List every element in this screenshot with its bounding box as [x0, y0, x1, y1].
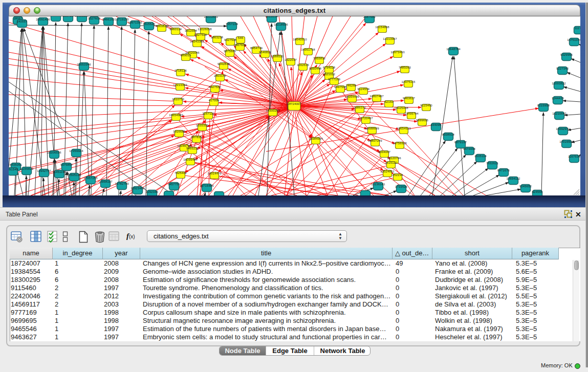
svg-text:13524851: 13524851: [380, 170, 395, 173]
svg-text:1527602: 1527602: [88, 17, 101, 20]
svg-text:7485063: 7485063: [399, 66, 411, 69]
svg-text:16120746: 16120746: [387, 157, 401, 160]
svg-text:9457751: 9457751: [168, 183, 181, 186]
svg-text:12093822: 12093822: [552, 82, 566, 85]
svg-text:10025438: 10025438: [394, 106, 408, 110]
svg-text:9990448: 9990448: [309, 67, 322, 70]
svg-text:1588520: 1588520: [271, 55, 284, 58]
svg-text:9329966: 9329966: [560, 53, 573, 56]
svg-text:8215958: 8215958: [537, 104, 550, 107]
svg-text:6435061: 6435061: [10, 163, 23, 166]
svg-text:924565: 924565: [532, 190, 543, 193]
svg-text:12213369: 12213369: [173, 83, 187, 86]
svg-text:2867608: 2867608: [234, 43, 247, 47]
svg-text:14914479: 14914479: [207, 172, 222, 175]
svg-text:417006: 417006: [209, 99, 220, 102]
svg-text:20091406: 20091406: [36, 18, 50, 21]
svg-text:12213967: 12213967: [383, 37, 397, 40]
svg-text:12942757: 12942757: [37, 169, 51, 172]
svg-text:16210643: 16210643: [552, 112, 567, 115]
svg-text:1162615: 1162615: [297, 63, 309, 67]
svg-text:7955812: 7955812: [313, 57, 326, 60]
svg-text:10655257: 10655257: [75, 16, 89, 17]
svg-text:9463627: 9463627: [403, 97, 416, 100]
svg-text:9115460: 9115460: [420, 104, 432, 107]
svg-text:15720407: 15720407: [359, 117, 373, 120]
svg-text:9327508: 9327508: [224, 38, 237, 41]
svg-text:3267110: 3267110: [202, 112, 214, 115]
svg-text:17957255: 17957255: [83, 177, 98, 180]
svg-text:15136141: 15136141: [371, 183, 385, 186]
svg-text:1621022: 1621022: [323, 73, 336, 76]
svg-text:2718126: 2718126: [175, 69, 187, 72]
svg-text:8938914: 8938914: [442, 133, 455, 136]
svg-text:10671355: 10671355: [128, 21, 142, 24]
svg-text:8471676: 8471676: [497, 169, 510, 172]
svg-text:9699695: 9699695: [416, 119, 429, 122]
svg-text:17016504: 17016504: [559, 140, 574, 143]
svg-text:9427552: 9427552: [209, 85, 222, 89]
svg-text:7515526: 7515526: [143, 23, 156, 26]
svg-text:18724007: 18724007: [287, 102, 301, 105]
svg-text:6879197: 6879197: [454, 141, 467, 144]
svg-text:9146821: 9146821: [259, 51, 272, 54]
svg-text:19733: 19733: [51, 16, 60, 17]
svg-text:19384554: 19384554: [309, 137, 323, 140]
svg-text:12975115: 12975115: [401, 80, 416, 83]
svg-text:3960124: 3960124: [169, 28, 182, 31]
svg-text:18807249: 18807249: [368, 139, 382, 142]
svg-text:16543382: 16543382: [190, 40, 204, 43]
svg-text:391549: 391549: [9, 168, 18, 171]
svg-text:9474444: 9474444: [463, 147, 476, 150]
svg-text:3875685: 3875685: [224, 50, 236, 53]
svg-text:10719155: 10719155: [115, 18, 129, 21]
svg-text:11156829: 11156829: [20, 167, 34, 170]
svg-text:546: 546: [238, 36, 244, 39]
svg-text:7625402: 7625402: [175, 171, 187, 174]
svg-text:11172: 11172: [575, 27, 580, 30]
svg-text:20206536: 20206536: [47, 151, 61, 154]
svg-text:11451194: 11451194: [53, 170, 67, 173]
svg-text:2803144: 2803144: [214, 74, 227, 77]
svg-text:6466160: 6466160: [102, 18, 115, 21]
svg-text:15692971: 15692971: [556, 127, 570, 130]
svg-text:1863238: 1863238: [211, 36, 224, 39]
svg-text:20053346: 20053346: [77, 63, 91, 66]
svg-text:13226058: 13226058: [198, 28, 212, 31]
svg-text:2986372: 2986372: [354, 106, 366, 109]
svg-text:17359924: 17359924: [69, 149, 83, 152]
svg-text:8454749: 8454749: [250, 47, 263, 50]
svg-text:7663822: 7663822: [156, 25, 168, 28]
svg-text:12505135: 12505135: [67, 173, 81, 177]
svg-text:10654112: 10654112: [506, 177, 520, 180]
svg-text:9227343: 9227343: [556, 67, 569, 70]
svg-text:19218506: 19218506: [274, 23, 288, 26]
svg-text:1916685: 1916685: [173, 130, 186, 133]
svg-text:989015: 989015: [181, 54, 191, 57]
svg-text:19756928: 19756928: [393, 142, 407, 145]
svg-text:19654983: 19654983: [169, 114, 183, 117]
svg-text:252234: 252234: [393, 173, 403, 177]
svg-text:16099484: 16099484: [183, 158, 198, 161]
svg-text:1167534: 1167534: [568, 155, 580, 158]
svg-text:10688609: 10688609: [365, 127, 379, 130]
svg-text:7632621: 7632621: [486, 162, 499, 165]
svg-text:1535359: 1535359: [196, 124, 209, 127]
svg-text:9327503: 9327503: [194, 33, 207, 36]
svg-text:9245652: 9245652: [519, 185, 532, 188]
svg-text:16961758: 16961758: [301, 48, 315, 51]
svg-text:1322037: 1322037: [285, 58, 297, 61]
svg-text:62160: 62160: [384, 100, 394, 103]
svg-text:19654923: 19654923: [397, 127, 411, 130]
svg-text:16154808: 16154808: [375, 26, 389, 29]
svg-text:6794028: 6794028: [323, 66, 336, 69]
svg-text:18300295: 18300295: [266, 109, 280, 112]
svg-text:100725: 100725: [63, 16, 74, 17]
svg-text:2935114: 2935114: [474, 155, 487, 158]
svg-text:746266: 746266: [346, 84, 357, 87]
svg-text:3124554: 3124554: [357, 87, 370, 91]
svg-text:1610753: 1610753: [172, 98, 185, 101]
svg-text:9975857: 9975857: [60, 163, 73, 166]
svg-text:1615112: 1615112: [385, 161, 397, 164]
svg-text:3912954: 3912954: [185, 29, 198, 32]
